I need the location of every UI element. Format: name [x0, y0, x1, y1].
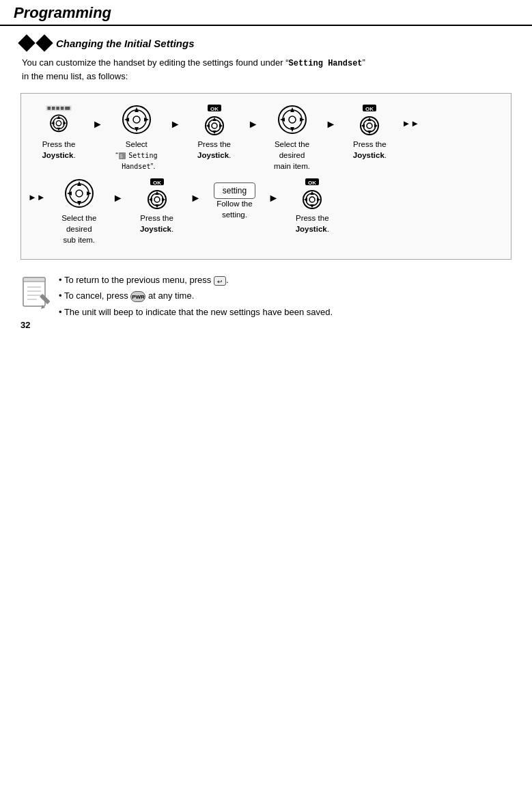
- step-4-joystick: [276, 103, 309, 136]
- svg-point-19: [133, 116, 140, 123]
- step-6-cell: Select thedesiredsub item.: [48, 177, 110, 245]
- svg-rect-1: [48, 107, 51, 110]
- double-arrow-start-row2: ►►: [28, 177, 48, 202]
- page-number: 32: [20, 299, 532, 337]
- arrow-1: ►: [89, 103, 106, 131]
- intro-text: You can customize the handset by editing…: [22, 56, 512, 83]
- step-3-ok-joystick: OK: [198, 103, 231, 136]
- step-1-cell: Press theJoystick.: [28, 103, 89, 161]
- note-line-1: • To return to the previous menu, press …: [59, 272, 333, 288]
- svg-point-71: [309, 197, 315, 202]
- page-title: Programming: [14, 4, 518, 22]
- double-arrow-end-row1: ►►: [400, 103, 419, 128]
- section-title: Changing the Initial Settings: [56, 38, 195, 49]
- step-3-label: Press theJoystick.: [197, 139, 231, 161]
- step-6-label: Select thedesiredsub item.: [61, 213, 96, 245]
- svg-text:OK: OK: [365, 106, 374, 112]
- step-9-label: Press theJoystick.: [296, 213, 329, 234]
- step-7-ok-joystick: OK: [141, 177, 173, 210]
- step-1-label: Press theJoystick.: [42, 139, 75, 161]
- svg-point-53: [76, 190, 83, 197]
- setting-pill: setting: [214, 182, 255, 199]
- step-5-cell: OK Press theJoystick.: [339, 103, 400, 161]
- svg-point-46: [367, 123, 372, 128]
- svg-point-37: [289, 116, 296, 123]
- svg-point-62: [154, 197, 160, 202]
- diamond-icon-2: [36, 34, 53, 51]
- step-4-label: Select thedesiredmain item.: [274, 139, 310, 172]
- step-2-label: Select“S Setting Handset”.: [115, 139, 157, 172]
- arrow-2: ►: [167, 103, 184, 131]
- step-3-cell: OK Press theJoystick.: [184, 103, 245, 161]
- step-8-label: Follow thesetting.: [216, 198, 252, 220]
- diagram-row-1: Press theJoystick. ►: [28, 103, 504, 172]
- step-5-ok-joystick: OK: [353, 103, 386, 136]
- svg-rect-4: [61, 107, 64, 110]
- return-key-icon: ↩: [214, 276, 226, 286]
- arrow-7: ►: [265, 177, 281, 204]
- svg-rect-3: [56, 107, 59, 110]
- svg-rect-5: [65, 107, 70, 110]
- step-8-cell: setting Follow thesetting.: [204, 177, 265, 220]
- page-header: Programming: [0, 0, 532, 26]
- step-6-joystick: [63, 177, 96, 210]
- menu-joystick-icon: [42, 103, 75, 136]
- svg-point-12: [56, 120, 61, 125]
- svg-text:OK: OK: [210, 106, 219, 112]
- section-title-row: Changing the Initial Settings: [20, 37, 512, 49]
- diagram-row-2: ►► Select thedesiredsub item.: [28, 177, 504, 245]
- arrow-5: ►: [110, 177, 126, 204]
- svg-rect-2: [52, 107, 55, 110]
- arrow-3: ►: [245, 103, 262, 131]
- svg-rect-73: [23, 277, 45, 282]
- step-2-joystick: [120, 103, 153, 136]
- page-content: Changing the Initial Settings You can cu…: [0, 37, 532, 320]
- svg-point-30: [212, 123, 217, 128]
- diagram-box: Press theJoystick. ►: [20, 93, 512, 260]
- svg-text:OK: OK: [153, 180, 161, 186]
- diamond-icon: [18, 34, 35, 51]
- step-5-label: Press theJoystick.: [353, 139, 387, 161]
- step-7-label: Press theJoystick.: [140, 213, 173, 234]
- step-9-cell: OK Press theJoystick.: [281, 177, 343, 234]
- step-9-ok-joystick: OK: [296, 177, 328, 210]
- step-4-cell: Select thedesiredmain item.: [262, 103, 323, 172]
- step-7-cell: OK Press theJoystick.: [126, 177, 188, 234]
- svg-text:S: S: [120, 154, 123, 159]
- svg-text:OK: OK: [308, 180, 316, 186]
- step-2-cell: Select“S Setting Handset”.: [106, 103, 167, 172]
- arrow-6: ►: [188, 177, 204, 204]
- arrow-4: ►: [323, 103, 339, 131]
